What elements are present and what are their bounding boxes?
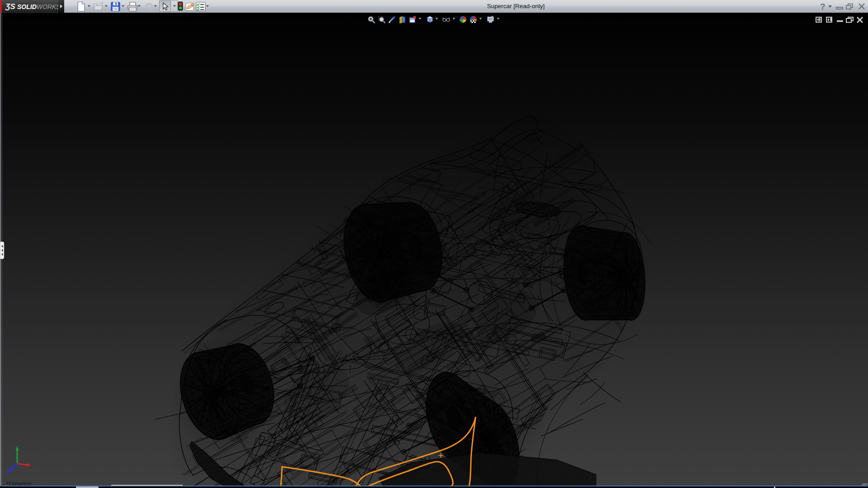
svg-text:ƷS: ƷS (5, 2, 15, 11)
svg-text:x: x (30, 465, 33, 469)
svg-text:SOLIDWORKS: SOLIDWORKS (17, 3, 58, 10)
svg-text:y: y (13, 445, 16, 450)
svg-text:?: ? (820, 2, 826, 11)
svg-text:z: z (6, 469, 9, 474)
